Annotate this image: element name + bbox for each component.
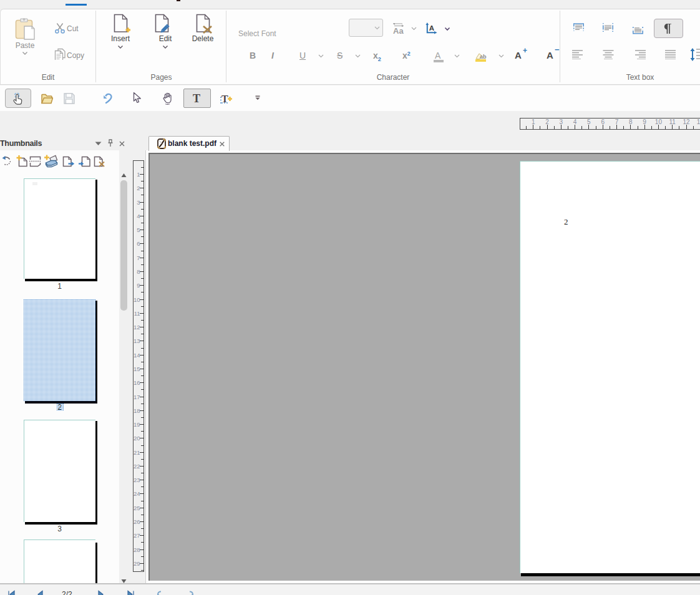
svg-text:T: T <box>221 94 228 104</box>
svg-text:A: A <box>429 24 434 32</box>
svg-text:ab: ab <box>480 54 487 60</box>
